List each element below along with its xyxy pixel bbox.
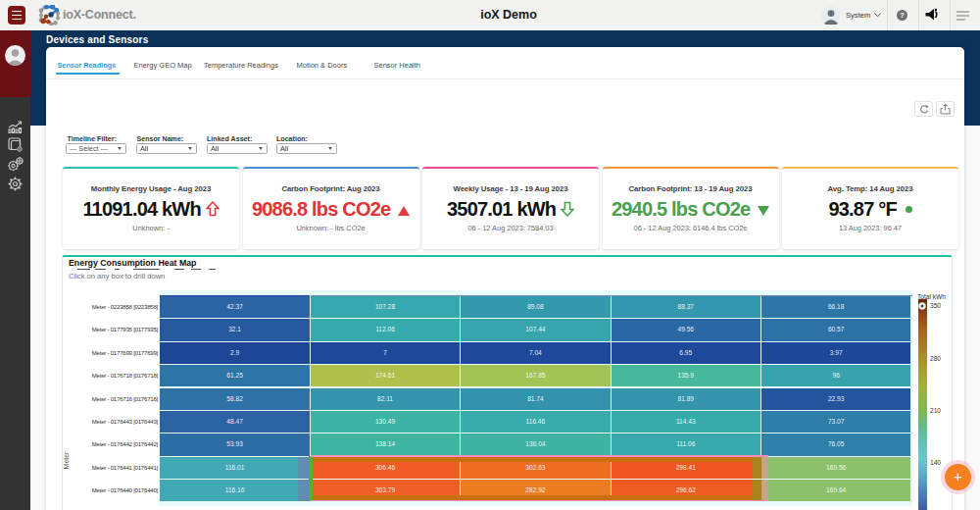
svg-text:?: ?: [900, 11, 905, 20]
